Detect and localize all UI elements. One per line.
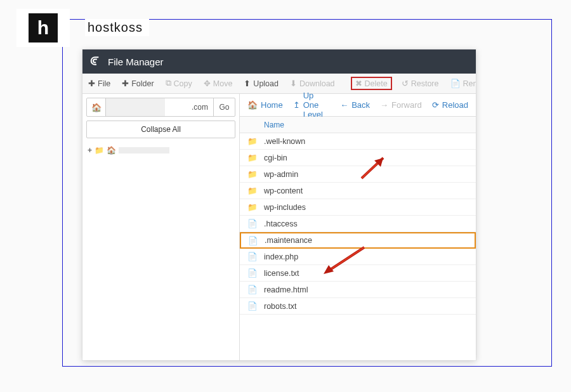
list-header[interactable]: Name <box>240 117 476 133</box>
file-row[interactable]: 📄readme.html <box>240 282 476 298</box>
home-icon: 🏠 <box>247 100 258 110</box>
sidebar: 🏠 .com Go Collapse All + 📁 🏠 <box>82 94 240 360</box>
new-file-label: File <box>98 79 110 88</box>
copy-button[interactable]: ⧉ Copy <box>164 77 194 89</box>
address-field[interactable]: .com <box>106 98 213 116</box>
nav-home-label: Home <box>261 100 283 110</box>
file-row[interactable]: 📄.htaccess <box>240 216 476 232</box>
file-name: index.php <box>264 252 298 261</box>
rename-label: Rename <box>463 79 476 88</box>
file-name: robots.txt <box>264 302 296 311</box>
file-panel: 🏠 Home ↥ Up One Level ← Back → Forward ⟳ <box>240 94 476 360</box>
rename-icon: 📄 <box>450 79 461 88</box>
nav-home-button[interactable]: 🏠 Home <box>247 100 283 110</box>
code-file-icon: 📄 <box>247 252 258 262</box>
nav-forward-button[interactable]: → Forward <box>380 100 422 110</box>
nav-forward-label: Forward <box>391 100 422 110</box>
title-bar: File Manager <box>82 49 476 74</box>
document-icon: 📄 <box>247 301 258 311</box>
rename-button[interactable]: 📄 Rename <box>449 77 476 89</box>
plus-icon: ✚ <box>122 79 129 88</box>
plus-icon: ✚ <box>88 79 95 88</box>
file-row[interactable]: 📄license.txt <box>240 265 476 282</box>
forward-icon: → <box>380 100 388 110</box>
code-file-icon: 📄 <box>247 268 258 278</box>
download-label: Download <box>299 79 335 88</box>
restore-icon: ↺ <box>402 79 409 88</box>
go-button[interactable]: Go <box>213 98 235 116</box>
download-button[interactable]: ⬇ Download <box>288 77 337 89</box>
brand-logo: h <box>16 9 70 47</box>
tree-item[interactable]: + 📁 🏠 <box>88 146 234 155</box>
move-icon: ✥ <box>204 79 211 88</box>
document-icon: 📄 <box>248 235 258 245</box>
file-row[interactable]: 📄robots.txt <box>240 298 476 315</box>
upload-label: Upload <box>253 79 279 88</box>
nav-reload-label: Reload <box>442 100 468 110</box>
tree-item-label-masked <box>119 147 169 154</box>
delete-label: Delete <box>365 79 388 88</box>
download-icon: ⬇ <box>290 79 297 88</box>
window-title: File Manager <box>108 56 164 67</box>
column-name: Name <box>264 121 284 129</box>
file-name: .htaccess <box>264 219 298 228</box>
up-icon: ↥ <box>293 100 300 110</box>
brand-logo-square: h <box>29 13 58 42</box>
home-icon: 🏠 <box>107 146 116 155</box>
file-row[interactable]: 📄.maintenance <box>240 232 476 249</box>
file-list: 📁.well-known📁cgi-bin📁wp-admin📁wp-content… <box>240 133 476 360</box>
file-row[interactable]: 📄index.php <box>240 249 476 265</box>
back-icon: ← <box>340 100 348 110</box>
folder-tree: + 📁 🏠 <box>82 142 239 159</box>
expand-icon[interactable]: + <box>88 146 92 155</box>
file-name: wp-includes <box>264 203 306 212</box>
file-name: wp-content <box>264 186 303 195</box>
document-icon: 📄 <box>247 219 258 229</box>
move-button[interactable]: ✥ Move <box>202 77 235 89</box>
folder-icon: 📁 <box>247 153 258 163</box>
copy-icon: ⧉ <box>166 79 171 88</box>
file-name: cgi-bin <box>264 154 287 162</box>
toolbar: ✚ File ✚ Folder ⧉ Copy ✥ Move ⬆ Upload ⬇… <box>82 74 476 94</box>
copy-label: Copy <box>174 79 192 88</box>
file-name: .maintenance <box>265 236 312 245</box>
folder-icon: 📁 <box>95 146 104 155</box>
file-name: wp-admin <box>264 170 298 179</box>
upload-button[interactable]: ⬆ Upload <box>242 77 280 89</box>
address-home-button[interactable]: 🏠 <box>87 98 106 116</box>
delete-icon: ✖ <box>355 79 362 88</box>
file-row[interactable]: 📁wp-includes <box>240 199 476 216</box>
nav-back-label: Back <box>351 100 370 110</box>
file-name: readme.html <box>264 285 308 294</box>
collapse-all-button[interactable]: Collapse All <box>86 121 235 138</box>
file-row[interactable]: 📁.well-known <box>240 133 476 150</box>
file-name: .well-known <box>264 137 305 146</box>
nav-back-button[interactable]: ← Back <box>340 100 370 110</box>
nav-up-label: Up One Level <box>303 91 331 119</box>
file-row[interactable]: 📁cgi-bin <box>240 150 476 166</box>
content-area: 🏠 .com Go Collapse All + 📁 🏠 <box>82 94 476 360</box>
file-name: license.txt <box>264 269 299 278</box>
file-row[interactable]: 📁wp-admin <box>240 166 476 183</box>
address-bar: 🏠 .com Go <box>86 98 235 117</box>
home-icon: 🏠 <box>91 103 102 112</box>
folder-icon: 📁 <box>247 186 258 196</box>
reload-icon: ⟳ <box>432 100 439 110</box>
file-manager-window: File Manager ✚ File ✚ Folder ⧉ Copy ✥ Mo… <box>82 49 476 360</box>
brand-logo-letter: h <box>37 17 49 39</box>
folder-icon: 📁 <box>247 169 258 180</box>
nav-bar: 🏠 Home ↥ Up One Level ← Back → Forward ⟳ <box>240 94 476 117</box>
restore-button[interactable]: ↺ Restore <box>400 77 441 89</box>
move-label: Move <box>213 79 233 88</box>
new-file-button[interactable]: ✚ File <box>86 77 112 89</box>
restore-label: Restore <box>411 79 439 88</box>
collapse-all-label: Collapse All <box>141 125 181 134</box>
delete-button[interactable]: ✖ Delete <box>351 77 392 90</box>
brand-name: hostkoss <box>85 19 149 36</box>
file-row[interactable]: 📁wp-content <box>240 183 476 199</box>
new-folder-button[interactable]: ✚ Folder <box>120 77 155 89</box>
folder-icon: 📁 <box>247 136 258 147</box>
code-file-icon: 📄 <box>247 285 258 295</box>
nav-reload-button[interactable]: ⟳ Reload <box>432 100 468 110</box>
nav-up-button[interactable]: ↥ Up One Level <box>293 91 331 119</box>
